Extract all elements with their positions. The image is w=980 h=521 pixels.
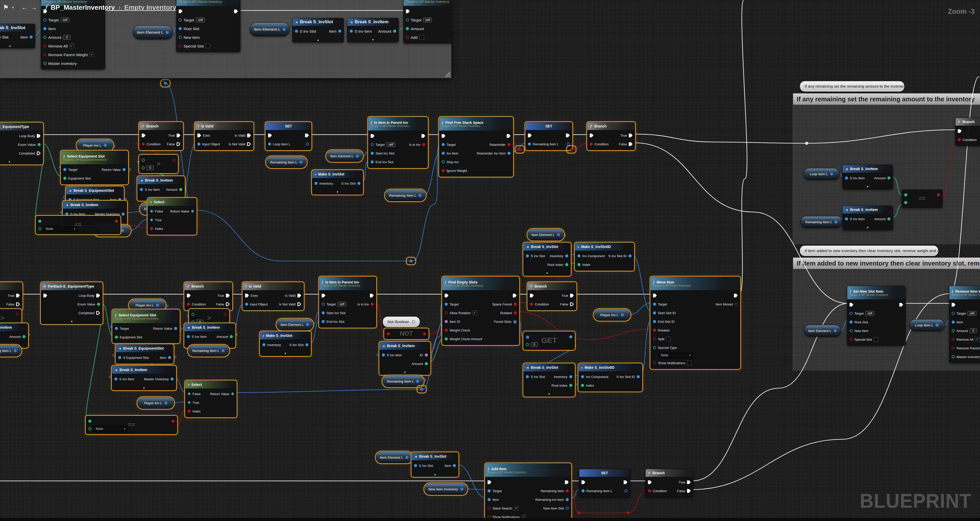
exec-pin[interactable] (96, 311, 100, 315)
collapse-chevron-icon[interactable]: ▴ (0, 43, 35, 48)
var-pill[interactable]: Remaining Item L (0, 345, 21, 357)
var-pill[interactable]: Item Element L (326, 150, 363, 162)
data-pin[interactable] (350, 30, 353, 33)
data-pin[interactable] (952, 312, 955, 315)
data-pin[interactable] (935, 323, 939, 327)
value-box[interactable]: self (967, 311, 977, 315)
var-pill[interactable]: Player Inv L (137, 397, 174, 409)
data-pin[interactable] (179, 45, 182, 48)
node-branchL[interactable]: ↱BranchTrueConditionFalse (0, 282, 22, 310)
node-header[interactable]: ◄Break S_InvSlot (0, 24, 35, 32)
node-removeitem[interactable]: ƒRemove Item WeightTarget is BP Master I… (949, 286, 980, 363)
node-branch4[interactable]: ↱BranchTrueConditionFalse (527, 282, 576, 310)
data-pin[interactable] (904, 193, 907, 196)
data-pin[interactable] (442, 160, 445, 163)
collapse-chevron-icon[interactable]: ▾ (41, 319, 102, 324)
node-header[interactable]: ◄Break S_InvSlot (523, 243, 571, 250)
data-pin[interactable] (422, 143, 425, 146)
node-branch2[interactable]: ↱BranchTrueConditionFalse (587, 122, 635, 150)
node-breakItemL[interactable]: ◄Break S_InvItemS Inv ItemAmount▾ (0, 323, 28, 348)
node-header[interactable]: ↱Branch (956, 118, 980, 126)
node-breakMI2[interactable]: ◄Break S_InvItemS Inv ItemMaster Invento… (112, 366, 176, 390)
data-pin[interactable] (43, 36, 46, 39)
node-header[interactable]: »Make S_InvSlotID (579, 364, 642, 371)
node-breakR2[interactable]: ◄Break S_InvItemS Inv ItemAmount▾ (842, 206, 893, 230)
var-pill[interactable]: New Item Inventory (424, 483, 468, 495)
var-pill[interactable]: Remaining Item L (188, 345, 229, 357)
array-pin[interactable]: ▦ (526, 335, 529, 338)
node-oC[interactable]: ƒSet New Slot ItemTarget is BP Master In… (176, 0, 240, 52)
data-pin[interactable] (142, 159, 145, 162)
node-makeslot1[interactable]: »Make S_InvSlotInventoryS Inv Slot▾ (312, 170, 363, 194)
exec-pin[interactable] (298, 303, 301, 306)
node-header[interactable]: ƒAdd Item AmountTarget is BP Master Inve… (404, 0, 451, 6)
data-pin[interactable] (315, 182, 318, 185)
data-pin[interactable] (406, 27, 409, 30)
node-header[interactable]: ƒIs Item in Parent InvTarget is BP Maste… (368, 117, 428, 131)
data-pin[interactable] (164, 402, 167, 405)
data-pin[interactable] (97, 303, 100, 306)
data-pin[interactable] (528, 142, 531, 146)
data-pin[interactable] (581, 375, 584, 378)
node-header[interactable]: SET (526, 122, 572, 130)
exec-pin[interactable] (142, 134, 145, 137)
data-pin[interactable] (30, 35, 33, 38)
node-branch3[interactable]: ↱BranchTrueConditionFalse (184, 282, 232, 310)
data-pin[interactable] (191, 313, 194, 316)
forward-button[interactable]: → (31, 4, 37, 11)
node-header[interactable]: ⟳ForEach E_EquipmentType (0, 123, 43, 131)
var-pill[interactable]: Remaining Item L (382, 375, 424, 387)
node-header[interactable]: ≡Select (148, 198, 196, 206)
checkbox[interactable] (874, 337, 878, 342)
data-pin[interactable] (569, 335, 572, 338)
data-pin[interactable] (590, 142, 593, 146)
node-makeid1[interactable]: »Make S_InvSlotIDInv ComponentS Inv Slot… (575, 243, 634, 271)
var-pill[interactable]: Player Inv L (594, 309, 630, 321)
data-pin[interactable] (187, 335, 190, 338)
data-pin[interactable] (830, 172, 833, 175)
data-pin[interactable] (88, 427, 91, 430)
data-pin[interactable] (65, 212, 68, 215)
data-pin[interactable] (338, 30, 341, 33)
data-pin[interactable] (834, 329, 837, 332)
data-pin[interactable] (416, 380, 419, 383)
reroute-node[interactable] (515, 146, 524, 153)
data-pin[interactable] (887, 177, 890, 180)
data-pin[interactable] (887, 217, 890, 220)
data-pin[interactable] (118, 356, 121, 359)
data-pin[interactable] (566, 507, 569, 510)
data-pin[interactable] (188, 409, 191, 413)
data-pin[interactable] (508, 143, 511, 146)
exec-pin[interactable] (187, 294, 191, 298)
node-header[interactable]: ƒSet New Slot ItemTarget is BP Master In… (847, 286, 905, 300)
checkbox[interactable] (205, 44, 210, 48)
data-pin[interactable] (425, 362, 428, 365)
bookmark-chevron-icon[interactable]: ▾ (12, 5, 14, 10)
node-branchR[interactable]: ↱BranchTrueConditionFalse (955, 118, 980, 146)
node-select1[interactable]: ≡SelectFalseReturn ValueTrueIndex (148, 198, 197, 235)
node-header[interactable]: »Make S_InvSlotID (575, 243, 634, 250)
checkbox[interactable]: ✓ (473, 311, 477, 315)
data-pin[interactable] (245, 303, 248, 306)
data-pin[interactable] (582, 489, 585, 492)
exec-pin[interactable] (687, 489, 691, 493)
node-header[interactable]: ◄Break S_EquipmentSlot (66, 187, 124, 194)
data-pin[interactable] (445, 329, 448, 332)
data-pin[interactable] (371, 303, 374, 306)
node-header[interactable]: ≡Select (185, 381, 236, 389)
node-branch5[interactable]: ↱BranchTrueConditionFalse (645, 469, 693, 497)
data-pin[interactable] (306, 323, 309, 326)
data-pin[interactable] (306, 142, 309, 146)
data-pin[interactable] (221, 349, 224, 352)
data-pin[interactable] (268, 142, 271, 146)
node-isparent2[interactable]: ƒIs Item in Parent InvTarget is BP Maste… (319, 277, 376, 328)
node-header[interactable]: ◄Break S_InvSlot (523, 364, 574, 371)
node-notnode[interactable]: NOT (384, 328, 429, 339)
reroute-pin[interactable] (518, 148, 521, 151)
data-pin[interactable] (305, 343, 309, 346)
value-box[interactable]: self (865, 311, 874, 315)
node-cmp1[interactable]: >0 (139, 155, 178, 173)
node-eqR[interactable]: == (902, 190, 942, 208)
data-pin[interactable] (38, 220, 41, 223)
exec-pin[interactable] (899, 303, 903, 307)
